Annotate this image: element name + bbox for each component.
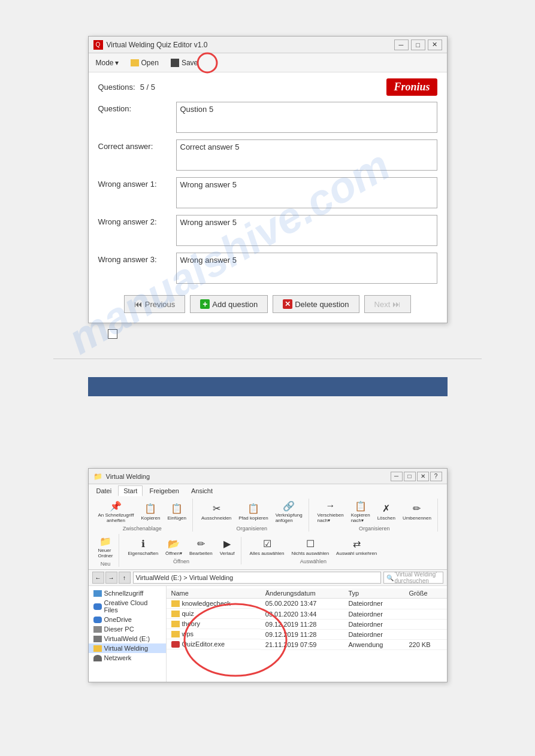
ribbon-tab-ansicht[interactable]: Ansicht <box>186 485 218 496</box>
delete-question-button[interactable]: ✕ Delete question <box>273 295 359 313</box>
blue-bar <box>88 377 448 396</box>
ribbon-item-edit[interactable]: ✏ Bearbeiten <box>187 537 215 557</box>
explorer-close-button[interactable]: ✕ <box>417 472 429 481</box>
sidebar-item-dieser-pc[interactable]: Dieser PC <box>89 624 166 634</box>
fronius-logo: Fronius <box>386 78 437 96</box>
svg-point-0 <box>198 53 217 72</box>
open-button[interactable]: Open <box>128 57 161 68</box>
explorer-minimize-button[interactable]: ─ <box>391 472 403 481</box>
delete-icon: ✕ <box>283 299 292 309</box>
sidebar-item-virtualweld[interactable]: VirtualWeld (E:) <box>89 634 166 643</box>
sidebar-item-netzwerk[interactable]: Netzwerk <box>89 653 166 663</box>
col-type[interactable]: Typ <box>343 588 404 599</box>
virtualweld-drive-label: VirtualWeld (E:) <box>104 635 150 642</box>
next-button[interactable]: Next ⏭ <box>364 295 412 313</box>
sidebar-item-onedrive[interactable]: OneDrive <box>89 615 166 624</box>
list-item[interactable]: knowledgecheck 05.00.2020 13:47 Dateiord… <box>167 599 447 609</box>
save-annotation <box>197 52 218 74</box>
ribbon-items-movecopy: → Verschiebennach▾ 📋 Kopierennach▾ ✗ Lös… <box>315 499 434 524</box>
back-button[interactable]: ← <box>92 572 104 584</box>
netzwerk-icon <box>93 655 102 661</box>
ribbon-item-pfad[interactable]: 📋 Pfad kopieren <box>236 502 270 522</box>
file-type: Dateiordner <box>343 629 404 639</box>
small-checkbox[interactable] <box>108 329 117 339</box>
select-none-icon: ☐ <box>304 538 316 550</box>
ribbon-item-copymove[interactable]: 📋 Kopierennach▾ <box>349 499 373 524</box>
ribbon-group-auswaehlen: ☑ Alles auswählen ☐ Nichts auswählen ⇄ A… <box>244 537 383 564</box>
ribbon-item-pin[interactable]: 📌 An Schnellzugriffanheften <box>96 499 137 524</box>
col-name[interactable]: Name <box>167 588 261 599</box>
ribbon-item-paste[interactable]: 📋 Einfügen <box>165 502 189 522</box>
ribbon-tab-datei[interactable]: Datei <box>91 485 117 496</box>
previous-button[interactable]: ⏮ Previous <box>124 295 186 313</box>
up-button[interactable]: ↑ <box>119 572 131 584</box>
file-icon <box>171 611 180 617</box>
ribbon-item-rename[interactable]: ✏ Umbenennen <box>400 502 434 522</box>
creative-cloud-icon <box>93 603 102 610</box>
correct-answer-label: Correct answer: <box>98 139 176 151</box>
edit-icon: ✏ <box>195 538 207 550</box>
correct-answer-textarea[interactable]: Correct answer 5 <box>176 139 437 171</box>
pin-label: An Schnellzugriffanheften <box>98 512 134 523</box>
paste-label: Einfügen <box>167 515 186 521</box>
ribbon-item-history[interactable]: ▶ Verlauf <box>217 537 237 557</box>
file-name: knowledgecheck <box>182 600 231 607</box>
ribbon-item-properties[interactable]: ℹ Eigenschaften <box>125 537 161 557</box>
file-icon <box>171 600 180 607</box>
col-size[interactable]: Größe <box>404 588 446 599</box>
move-label: Verschiebennach▾ <box>318 512 344 523</box>
properties-label: Eigenschaften <box>128 551 158 556</box>
questions-row: Questions: 5 / 5 Fronius <box>98 78 437 96</box>
col-date[interactable]: Änderungsdatum <box>261 588 344 599</box>
mode-button[interactable]: Mode ▾ <box>93 57 121 68</box>
sidebar-item-virtual-welding[interactable]: Virtual Welding <box>89 643 166 653</box>
explorer-maximize-button[interactable]: □ <box>404 472 416 481</box>
file-size <box>404 599 446 609</box>
file-icon <box>171 621 180 627</box>
sidebar-item-creative-cloud[interactable]: Creative Cloud Files <box>89 598 166 615</box>
address-path[interactable]: VirtualWeld (E:) > Virtual Welding <box>133 572 381 584</box>
forward-button[interactable]: → <box>105 572 117 584</box>
ribbon-item-select-all[interactable]: ☑ Alles auswählen <box>247 537 287 557</box>
previous-label: Previous <box>145 300 176 309</box>
ribbon-item-move[interactable]: → Verschiebennach▾ <box>315 499 346 524</box>
netzwerk-label: Netzwerk <box>104 654 132 661</box>
list-item[interactable]: QuizEditor.exe 21.11.2019 07:59 Anwendun… <box>167 639 447 649</box>
delete-label: Delete question <box>295 300 349 309</box>
list-item[interactable]: wps 09.12.2019 11:28 Dateiordner <box>167 629 447 639</box>
maximize-button[interactable]: □ <box>411 40 425 50</box>
wrong2-textarea[interactable]: Wrong answer 5 <box>176 215 437 246</box>
save-button[interactable]: Save <box>168 57 200 68</box>
ribbon-item-select-none[interactable]: ☐ Nichts auswählen <box>289 537 331 557</box>
ribbon-group-organisieren: ✂ Ausschneiden 📋 Pfad kopieren 🔗 Verknüp… <box>195 499 309 532</box>
file-name: QuizEditor.exe <box>182 640 225 648</box>
close-button[interactable]: ✕ <box>428 40 442 50</box>
list-item[interactable]: quiz 03.01.2020 13:44 Dateiordner <box>167 609 447 619</box>
ribbon-item-invert[interactable]: ⇄ Auswahl umkehren <box>334 537 379 557</box>
next-label: Next <box>374 300 391 309</box>
open-label: Open <box>141 59 159 67</box>
ribbon-item-delete[interactable]: ✗ Löschen <box>375 502 398 522</box>
search-box[interactable]: 🔍 'Virtual Welding' durchsuchen <box>383 572 443 584</box>
list-item[interactable]: theory 09.12.2019 11:28 Dateiordner <box>167 619 447 629</box>
ribbon-tab-start[interactable]: Start <box>118 485 143 496</box>
ribbon-item-open[interactable]: 📂 Öffnen▾ <box>163 537 185 557</box>
ribbon-group-neu: 📁 NeuerOrdner Neu <box>92 534 120 567</box>
ribbon-tab-freigeben[interactable]: Freigeben <box>144 485 185 496</box>
sidebar-item-schnellzugriff[interactable]: Schnellzugriff <box>89 588 166 598</box>
ribbon-content: 📌 An Schnellzugriffanheften 📋 Kopieren 📋… <box>89 496 447 569</box>
ribbon-item-ausschneiden[interactable]: ✂ Ausschneiden <box>199 502 234 522</box>
minimize-button[interactable]: ─ <box>394 40 409 50</box>
virtual-welding-folder-icon <box>93 645 102 652</box>
ribbon-item-newfolder[interactable]: 📁 NeuerOrdner <box>96 534 116 560</box>
ribbon-item-copy[interactable]: 📋 Kopieren <box>138 502 162 522</box>
copy-icon: 📋 <box>144 503 156 515</box>
content-area: Questions: 5 / 5 Fronius Question: Qusti… <box>89 72 447 323</box>
question-textarea[interactable]: Qustion 5 <box>176 102 437 133</box>
explorer-help-button[interactable]: ? <box>430 472 442 481</box>
ribbon-item-shortcut[interactable]: 🔗 Verknüpfunganfügen <box>273 499 305 524</box>
prev-arrow-icon: ⏮ <box>134 299 143 309</box>
add-question-button[interactable]: + Add question <box>190 295 268 313</box>
wrong1-textarea[interactable]: Wrong answer 5 <box>176 177 437 208</box>
wrong3-textarea[interactable]: Wrong answer 5 <box>176 253 437 284</box>
